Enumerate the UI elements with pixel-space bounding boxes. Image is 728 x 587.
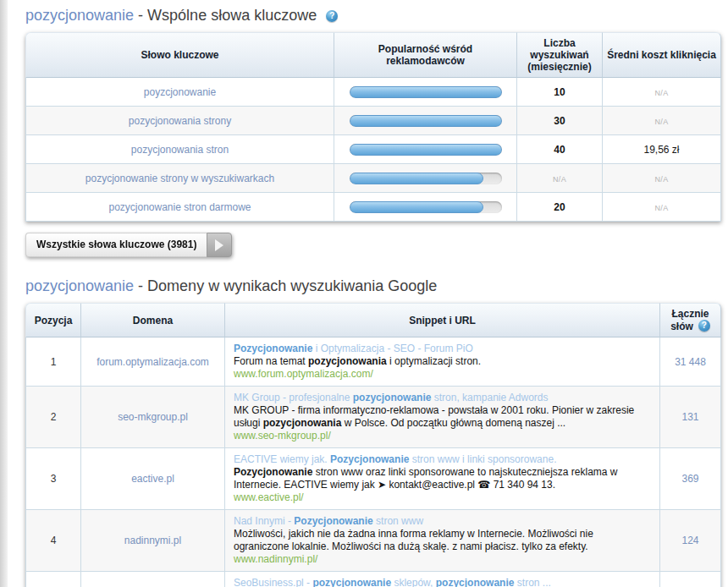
snippet-url: www.forum.optymalizacja.com/	[234, 368, 651, 381]
snippet-description: Pozycjonowanie stron www oraz linki spon…	[234, 466, 651, 491]
keyword-row: poyzcjonowanie 10 N/A	[25, 78, 721, 107]
domain-cell: forum.optymalizacja.com	[81, 337, 225, 387]
page-left-edge	[0, 0, 8, 587]
keywords-header-row: Słowo kluczowe Popularność wśród reklamo…	[25, 32, 721, 78]
keywords-title-keyword: pozycjonowanie	[25, 7, 134, 24]
keyword-link[interactable]: pozycjonowanie strony w wyszukiwarkach	[85, 173, 274, 184]
snippet-cell: SeoBusiness.pl - pozycjonowanie sklepów,…	[225, 572, 660, 587]
domains-header-position: Pozycja	[25, 303, 81, 337]
keyword-row: pozycjonowanie strony w wyszukiwarkach N…	[25, 164, 721, 193]
domain-link[interactable]: eactive.pl	[131, 473, 174, 485]
searches-cell: 30	[517, 107, 603, 135]
position-cell: 5	[25, 572, 81, 587]
popularity-bar-track	[350, 115, 502, 127]
snippet-cell: Pozycjonowanie i Optymalizacja - SEO - F…	[225, 337, 660, 387]
position-cell: 2	[25, 387, 81, 448]
snippet-title: MK Group - profesjonalne pozycjonowanie …	[234, 392, 651, 404]
domain-link[interactable]: seo-mkgroup.pl	[118, 411, 188, 423]
total-words-cell: 369	[660, 448, 721, 510]
snippet-description: Możliwości, jakich nie da żadna inna for…	[234, 528, 651, 553]
popularity-bar-fill	[350, 86, 502, 98]
domain-row: 1 forum.optymalizacja.com Pozycjonowanie…	[25, 337, 721, 387]
keywords-header-cost: Średni koszt kliknięcia	[603, 32, 721, 78]
keyword-row: pozycjonowania stron 40 19,56 zł	[25, 135, 721, 164]
domain-row: 4 nadinnymi.pl Nad Innymi - Pozycjonowan…	[25, 510, 721, 572]
all-keywords-arrow-box	[207, 233, 232, 257]
all-keywords-button-label: Wszystkie słowa kluczowe (3981)	[25, 233, 207, 257]
domain-row: 2 seo-mkgroup.pl MK Group - profesjonaln…	[25, 387, 721, 448]
position-cell: 1	[25, 337, 81, 387]
keyword-link[interactable]: pozycjonowania stron	[131, 144, 229, 156]
snippet-title: SeoBusiness.pl - pozycjonowanie sklepów,…	[234, 577, 651, 587]
cost-cell: 19,56 zł	[603, 135, 721, 164]
snippet-url: www.seo-mkgroup.pl/	[234, 430, 651, 442]
domain-link[interactable]: nadinnymi.pl	[124, 535, 181, 546]
keywords-header-keyword: Słowo kluczowe	[25, 32, 334, 78]
snippet-url: www.nadinnymi.pl/	[234, 553, 651, 566]
popularity-bar-fill	[350, 144, 502, 156]
searches-cell: N/A	[517, 164, 603, 193]
snippet-title: EACTIVE wiemy jak. Pozycjonowanie stron …	[234, 453, 651, 466]
total-words-cell: 576	[660, 572, 721, 587]
popularity-bar-track	[350, 144, 502, 156]
popularity-bar-track	[350, 86, 502, 98]
domains-title-keyword: pozycjonowanie	[25, 277, 134, 294]
snippet-cell: EACTIVE wiemy jak. Pozycjonowanie stron …	[225, 448, 660, 510]
searches-cell: 20	[517, 193, 603, 222]
keywords-header-searches: Liczba wyszukiwań (miesięcznie)	[517, 32, 603, 78]
domains-header-snippet: Snippet i URL	[225, 303, 660, 337]
snippet-url: www.eactive.pl/	[234, 491, 651, 504]
keywords-help-icon[interactable]: ?	[326, 10, 338, 22]
cost-cell: N/A	[603, 107, 721, 135]
popularity-bar-fill	[350, 115, 502, 127]
total-words-cell: 124	[660, 510, 721, 572]
popularity-cell	[334, 135, 517, 164]
keyword-cell: pozycjonowania stron	[25, 135, 334, 164]
searches-cell: 10	[517, 78, 603, 107]
domain-cell: eactive.pl	[81, 448, 225, 510]
domains-header-domain: Domena	[81, 303, 225, 337]
snippet-cell: Nad Innymi - Pozycjonowanie stron www Mo…	[225, 510, 660, 572]
all-keywords-button[interactable]: Wszystkie słowa kluczowe (3981)	[25, 233, 232, 257]
keyword-cell: pozycjonowanie stron darmowe	[25, 193, 334, 222]
keyword-link[interactable]: pozycjonowania strony	[129, 115, 231, 127]
keyword-cell: pozycjonowanie strony w wyszukiwarkach	[25, 164, 334, 193]
keyword-cell: pozycjonowania strony	[25, 107, 334, 135]
arrow-right-icon	[215, 239, 223, 251]
popularity-cell	[334, 164, 517, 193]
domains-title-rest: - Domeny w wynikach wyszukiwania Google	[138, 277, 437, 294]
domains-header-total: Łącznie słów?	[660, 303, 721, 337]
keyword-link[interactable]: poyzcjonowanie	[144, 86, 216, 98]
total-words-help-icon[interactable]: ?	[698, 320, 710, 332]
snippet-description: MK GROUP - firma informatyczno-reklamowa…	[234, 404, 651, 430]
keywords-section-title: pozycjonowanie - Wspólne słowa kluczowe …	[25, 7, 721, 25]
domain-link[interactable]: forum.optymalizacja.com	[97, 356, 209, 368]
cost-cell: N/A	[603, 164, 721, 193]
popularity-cell	[334, 193, 517, 222]
domain-cell: nadinnymi.pl	[81, 510, 225, 572]
domain-cell: seo-mkgroup.pl	[81, 387, 225, 448]
domain-row: 3 eactive.pl EACTIVE wiemy jak. Pozycjon…	[25, 448, 721, 510]
domains-header-row: Pozycja Domena Snippet i URL Łącznie słó…	[25, 303, 721, 337]
popularity-bar-track	[350, 201, 502, 213]
keyword-row: pozycjonowanie stron darmowe 20 N/A	[25, 193, 721, 222]
snippet-title: Pozycjonowanie i Optymalizacja - SEO - F…	[234, 343, 651, 355]
searches-cell: 40	[517, 135, 603, 164]
position-cell: 3	[25, 448, 81, 510]
snippet-title: Nad Innymi - Pozycjonowanie stron www	[234, 515, 651, 528]
popularity-bar-fill	[350, 201, 483, 213]
domains-table: Pozycja Domena Snippet i URL Łącznie słó…	[25, 303, 721, 587]
keywords-header-popularity: Popularność wśród reklamodawców	[334, 32, 517, 78]
cost-cell: N/A	[603, 193, 721, 222]
domain-row: 5 seobusiness.pl SeoBusiness.pl - pozycj…	[25, 572, 721, 587]
cost-cell: N/A	[603, 78, 721, 107]
domains-section-title: pozycjonowanie - Domeny w wynikach wyszu…	[25, 277, 721, 295]
main-content: pozycjonowanie - Wspólne słowa kluczowe …	[25, 7, 721, 587]
popularity-cell	[334, 107, 517, 135]
total-words-cell: 131	[660, 387, 721, 448]
domain-cell: seobusiness.pl	[81, 572, 225, 587]
popularity-bar-track	[350, 173, 502, 184]
position-cell: 4	[25, 510, 81, 572]
snippet-description: Forum na temat pozycjonowania i optymali…	[234, 355, 651, 368]
keyword-link[interactable]: pozycjonowanie stron darmowe	[108, 201, 251, 213]
